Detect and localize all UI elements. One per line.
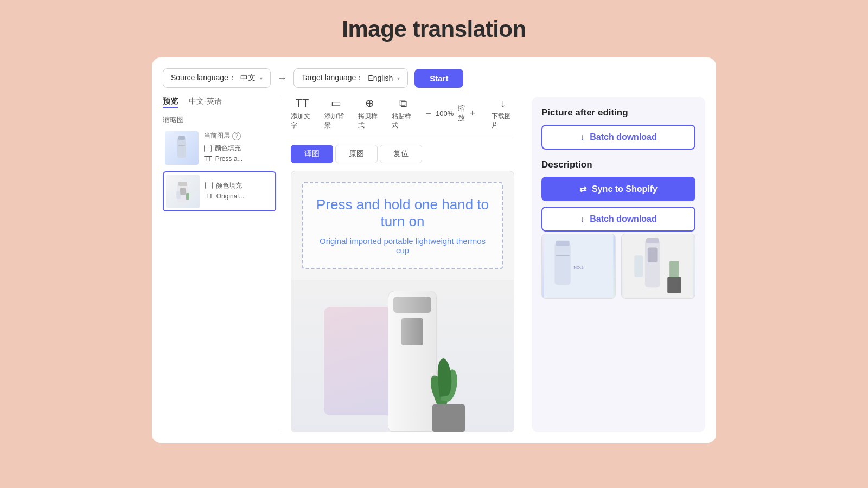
thumbnail-item-1[interactable]: 当前图层 ? 颜色填充 TT Press a...	[163, 129, 276, 167]
copy-style-label: 拷贝样式	[358, 112, 381, 130]
svg-rect-6	[176, 191, 181, 199]
svg-rect-7	[186, 193, 189, 200]
tab-lang[interactable]: 中文-英语	[189, 97, 222, 108]
editor-toolbar: TT 添加文字 ▭ 添加背景 ⊕ 拷贝样式 ⧉ 粘贴样式 − 100%	[291, 97, 514, 137]
plant-leaves	[427, 342, 470, 407]
canvas-photo	[291, 280, 514, 432]
preview-thumb-2[interactable]	[621, 234, 695, 299]
layer-title: 当前图层 ?	[204, 131, 274, 140]
layer-item-1: 颜色填充	[204, 144, 274, 153]
target-language-selector[interactable]: Target language： English ▾	[293, 68, 408, 88]
picture-after-editing-title: Picture after editing	[541, 107, 695, 118]
picture-after-editing-section: Picture after editing Batch download	[541, 107, 695, 150]
color-fill-label-2: 颜色填充	[216, 181, 242, 190]
download-icon-top	[580, 132, 584, 142]
paste-style-label: 粘贴样式	[392, 112, 414, 130]
tab-translated[interactable]: 译图	[291, 145, 333, 163]
zoom-value: 100%	[436, 110, 454, 118]
translated-headline: Press and hold one hand to turn on	[314, 196, 491, 230]
target-language-value: English	[368, 74, 393, 82]
canvas-area: Press and hold one hand to turn on Origi…	[291, 171, 514, 432]
add-bg-icon: ▭	[331, 97, 341, 110]
svg-rect-9	[554, 242, 571, 285]
tab-reset[interactable]: 复位	[380, 145, 422, 163]
download-icon-desc	[580, 214, 584, 224]
thumbnail-section-label: 缩略图	[163, 115, 276, 125]
preview-svg-1: NO.2	[542, 234, 615, 298]
paste-style-tool[interactable]: ⧉ 粘贴样式	[392, 97, 414, 130]
tab-original[interactable]: 原图	[335, 145, 378, 163]
batch-download-button-desc[interactable]: Batch download	[541, 207, 695, 232]
press-text-label: Press a...	[215, 155, 243, 163]
thumbnail-image-2	[166, 175, 200, 208]
plant-pot	[432, 404, 465, 432]
svg-rect-19	[667, 277, 681, 293]
thumb-svg-1	[171, 134, 193, 162]
layer-info-2: 颜色填充 TT Original...	[205, 181, 273, 202]
thumb-svg-2	[172, 178, 194, 205]
direction-arrow-icon: →	[277, 73, 287, 84]
right-panel: Picture after editing Batch download Des…	[532, 97, 705, 432]
svg-rect-0	[177, 137, 186, 158]
thermos-body-detail	[401, 318, 423, 345]
svg-rect-10	[556, 241, 570, 246]
zoom-in-button[interactable]: +	[469, 108, 475, 119]
source-language-chevron-icon: ▾	[260, 75, 263, 81]
sync-icon	[579, 184, 586, 194]
batch-download-label-top: Batch download	[590, 132, 657, 142]
thumbnail-item-2[interactable]: 颜色填充 TT Original...	[163, 171, 276, 211]
batch-download-button-top[interactable]: Batch download	[541, 125, 695, 150]
layer-item-4: TT Original...	[205, 192, 273, 200]
thumbnail-image-1	[165, 131, 199, 165]
download-icon: ↓	[500, 97, 506, 110]
center-editor: TT 添加文字 ▭ 添加背景 ⊕ 拷贝样式 ⧉ 粘贴样式 − 100%	[282, 97, 523, 432]
source-language-selector[interactable]: Source language： 中文 ▾	[163, 68, 271, 88]
preview-svg-2	[622, 234, 695, 298]
add-text-label: 添加文字	[291, 112, 314, 130]
view-tabs: 译图 原图 复位	[291, 145, 514, 163]
color-fill-checkbox-1[interactable]	[204, 145, 212, 152]
svg-rect-14	[645, 240, 660, 287]
svg-rect-15	[646, 238, 659, 243]
copy-style-tool[interactable]: ⊕ 拷贝样式	[358, 97, 381, 130]
svg-text:NO.2: NO.2	[573, 265, 583, 270]
sync-shopify-button[interactable]: Sync to Shopify	[541, 177, 695, 201]
zoom-control: − 100% 缩放 +	[425, 104, 475, 123]
source-language-label: Source language：	[171, 73, 236, 83]
source-language-value: 中文	[240, 73, 256, 83]
download-tool[interactable]: ↓ 下载图片	[492, 97, 514, 130]
workspace: 预览 中文-英语 缩略图	[163, 97, 705, 432]
tab-preview[interactable]: 预览	[163, 97, 178, 108]
download-label: 下载图片	[492, 112, 514, 130]
main-container: Source language： 中文 ▾ → Target language：…	[152, 57, 716, 443]
preview-thumb-1[interactable]: NO.2	[541, 234, 616, 299]
start-button[interactable]: Start	[414, 69, 463, 88]
color-fill-checkbox-2[interactable]	[205, 182, 213, 189]
description-title: Description	[541, 159, 695, 170]
add-bg-tool[interactable]: ▭ 添加背景	[324, 97, 347, 130]
translated-subtext: Original imported portable lightweight t…	[314, 236, 491, 255]
translation-box[interactable]: Press and hold one hand to turn on Origi…	[302, 182, 503, 269]
layer-item-3: 颜色填充	[205, 181, 273, 190]
add-text-icon: TT	[296, 97, 309, 110]
svg-rect-5	[180, 188, 186, 195]
panel-tabs: 预览 中文-英语	[163, 97, 276, 108]
color-fill-label-1: 颜色填充	[215, 144, 241, 153]
svg-rect-16	[648, 248, 658, 263]
batch-download-label-desc: Batch download	[590, 214, 657, 224]
sync-shopify-label: Sync to Shopify	[592, 184, 658, 194]
thermos-cap	[393, 297, 431, 313]
left-panel: 预览 中文-英语 缩略图	[163, 97, 282, 432]
layer-item-2: TT Press a...	[204, 155, 274, 163]
help-icon: ?	[232, 132, 241, 140]
page-title: Image translation	[342, 16, 526, 42]
add-text-tool[interactable]: TT 添加文字	[291, 97, 314, 130]
thumbnail-list: 当前图层 ? 颜色填充 TT Press a...	[163, 129, 276, 211]
svg-rect-1	[178, 136, 185, 140]
target-language-label: Target language：	[302, 73, 363, 83]
paste-style-icon: ⧉	[399, 97, 407, 110]
zoom-out-button[interactable]: −	[425, 108, 431, 119]
description-section: Description Sync to Shopify Batch downlo…	[541, 159, 695, 299]
add-bg-label: 添加背景	[324, 112, 347, 130]
layer-info-1: 当前图层 ? 颜色填充 TT Press a...	[204, 131, 274, 165]
